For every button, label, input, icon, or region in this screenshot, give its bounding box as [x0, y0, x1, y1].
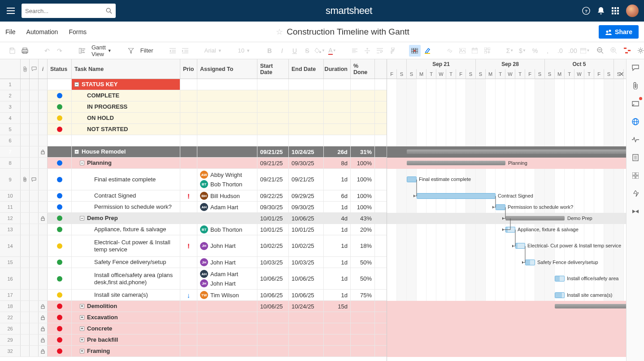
- cell-status[interactable]: [48, 101, 72, 112]
- cell-comment[interactable]: [30, 335, 39, 345]
- cell-start[interactable]: [257, 90, 289, 101]
- cell-prio[interactable]: [180, 90, 197, 101]
- cell-lock[interactable]: [39, 257, 48, 268]
- cell-attach[interactable]: [21, 79, 30, 90]
- cell-task[interactable]: Install site camera(s): [72, 290, 180, 300]
- cell-end[interactable]: 10/24/25: [289, 146, 324, 157]
- cell-comment[interactable]: [30, 268, 39, 289]
- cell-duration[interactable]: 1d: [324, 235, 351, 256]
- search-box[interactable]: [22, 4, 116, 18]
- row-number[interactable]: 32: [0, 346, 21, 357]
- cell-lock[interactable]: [39, 202, 48, 212]
- cell-start[interactable]: [257, 113, 289, 123]
- gantt-row[interactable]: [387, 312, 626, 323]
- cell-attach[interactable]: [21, 190, 30, 201]
- cell-attach[interactable]: [21, 146, 30, 157]
- grid-row[interactable]: 15Safety Fence delivery/setupJHJohn Hart…: [0, 257, 387, 268]
- gantt-summary-bar[interactable]: [407, 150, 626, 154]
- cell-task[interactable]: ON HOLD: [72, 113, 180, 123]
- cell-duration[interactable]: 15d: [324, 301, 351, 312]
- cell-lock[interactable]: [39, 235, 48, 256]
- cell-comment[interactable]: [30, 146, 39, 157]
- cell-prio[interactable]: [180, 224, 197, 235]
- cell-assigned[interactable]: [197, 101, 257, 112]
- cell-attach[interactable]: [21, 101, 30, 112]
- cell-comment[interactable]: [30, 169, 39, 190]
- cell-end[interactable]: [289, 335, 324, 345]
- cell-assigned[interactable]: [197, 323, 257, 334]
- cell-done[interactable]: [351, 124, 375, 135]
- cell-status[interactable]: [48, 202, 72, 212]
- row-number[interactable]: 9: [0, 169, 21, 190]
- cell-duration[interactable]: [324, 101, 351, 112]
- cell-task[interactable]: Safety Fence delivery/setup: [72, 257, 180, 268]
- cell-comment[interactable]: [30, 346, 39, 357]
- col-task[interactable]: Task Name: [72, 59, 180, 79]
- cell-task[interactable]: −STATUS KEY: [72, 79, 180, 90]
- cell-task[interactable]: +Framing: [72, 346, 180, 357]
- grid-row[interactable]: 12−Demo Prep10/01/2510/06/254d43%: [0, 213, 387, 224]
- favorite-star-icon[interactable]: ☆: [276, 27, 283, 37]
- cell-duration[interactable]: [324, 113, 351, 123]
- cell-attach[interactable]: [21, 158, 30, 168]
- cell-done[interactable]: 75%: [351, 290, 375, 300]
- grid-row[interactable]: 10Contract Signed!BHBill Hudson09/22/250…: [0, 190, 387, 202]
- cell-status[interactable]: [48, 113, 72, 123]
- cell-done[interactable]: [351, 312, 375, 323]
- brandfolder-icon[interactable]: [631, 207, 640, 216]
- grid-body[interactable]: 1−STATUS KEY2COMPLETE3IN PROGRESS4ON HOL…: [0, 79, 387, 361]
- cell-start[interactable]: [257, 135, 289, 146]
- cell-status[interactable]: [48, 235, 72, 256]
- cell-end[interactable]: 10/03/25: [289, 257, 324, 268]
- cell-task[interactable]: Final estimate complete: [72, 169, 180, 190]
- cell-attach[interactable]: [21, 346, 30, 357]
- cell-done[interactable]: 50%: [351, 268, 375, 289]
- view-dropdown[interactable]: Gantt View▼: [89, 45, 114, 57]
- grid-row[interactable]: 17Install site camera(s)↓TWTim Wilson10/…: [0, 290, 387, 301]
- cell-end[interactable]: 09/21/25: [289, 169, 324, 190]
- row-number[interactable]: 16: [0, 268, 21, 289]
- cell-task[interactable]: +Demolition: [72, 301, 180, 312]
- row-number[interactable]: 1: [0, 79, 21, 90]
- summary-icon[interactable]: [631, 153, 640, 163]
- expand-toggle[interactable]: −: [80, 216, 84, 220]
- cell-done[interactable]: 100%: [351, 190, 375, 201]
- gantt-row[interactable]: Contract Signed: [387, 190, 626, 202]
- cell-assigned[interactable]: JHJohn Hart: [197, 235, 257, 256]
- grid-row[interactable]: 9Final estimate completeAWAbby WrightBTB…: [0, 169, 387, 190]
- cell-task[interactable]: Permission to schedule work?: [72, 202, 180, 212]
- grid-row[interactable]: 18+Demolition10/06/2510/24/2515d: [0, 301, 387, 312]
- gantt-task-bar[interactable]: Install office/safety area: [555, 276, 565, 282]
- cell-end[interactable]: 10/01/25: [289, 224, 324, 235]
- grid-row[interactable]: 5NOT STARTED: [0, 124, 387, 135]
- gantt-row[interactable]: Appliance, fixture & salvage: [387, 224, 626, 235]
- cell-task[interactable]: Electrical- Cut power & Install temp ser…: [72, 235, 180, 256]
- cell-prio[interactable]: [180, 101, 197, 112]
- expand-toggle[interactable]: −: [74, 150, 79, 154]
- cell-task[interactable]: [72, 135, 180, 146]
- cell-comment[interactable]: [30, 235, 39, 256]
- cell-task[interactable]: −House Remodel: [72, 146, 180, 157]
- gantt-row[interactable]: [387, 146, 626, 158]
- print-icon[interactable]: [19, 45, 30, 57]
- cell-end[interactable]: 10/06/25: [289, 213, 324, 224]
- grid-row[interactable]: 32+Framing: [0, 346, 387, 357]
- cell-prio[interactable]: [180, 169, 197, 190]
- gantt-row[interactable]: Planning: [387, 158, 626, 169]
- cell-comment[interactable]: [30, 113, 39, 123]
- row-number[interactable]: 10: [0, 190, 21, 201]
- row-number[interactable]: 29: [0, 335, 21, 345]
- cell-end[interactable]: 10/24/25: [289, 301, 324, 312]
- grid-row[interactable]: 22+Excavation: [0, 312, 387, 323]
- cell-start[interactable]: 09/21/25: [257, 169, 289, 190]
- cell-comment[interactable]: [30, 301, 39, 312]
- cell-duration[interactable]: [324, 335, 351, 345]
- cell-duration[interactable]: 1d: [324, 290, 351, 300]
- cell-lock[interactable]: [39, 290, 48, 300]
- cell-duration[interactable]: [324, 90, 351, 101]
- cell-start[interactable]: 09/30/25: [257, 202, 289, 212]
- grid-row[interactable]: 8−Planning09/21/2509/30/258d100%: [0, 158, 387, 169]
- cell-start[interactable]: 10/06/25: [257, 290, 289, 300]
- cell-done[interactable]: [351, 301, 375, 312]
- gantt-summary-bar[interactable]: Demo Prep: [505, 216, 565, 220]
